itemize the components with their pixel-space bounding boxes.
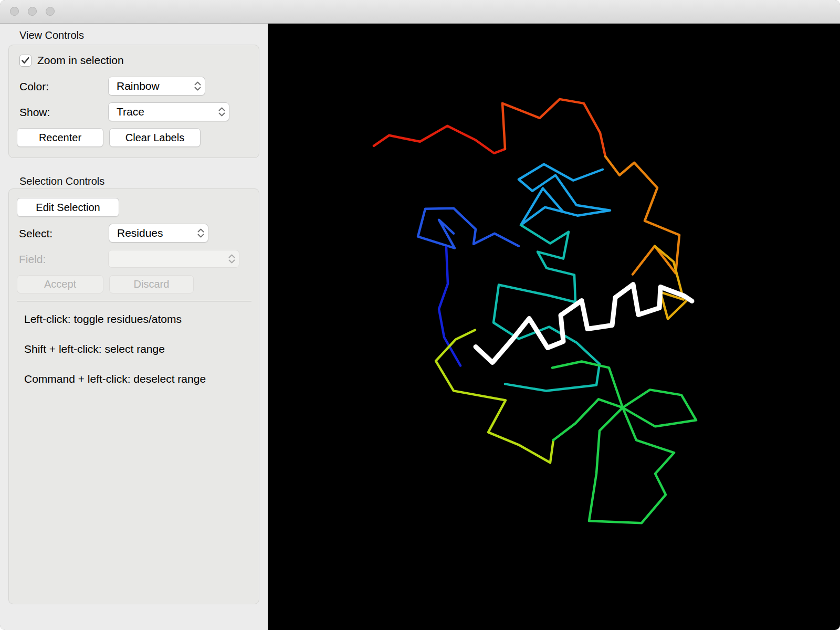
select-dropdown-value: Residues [109,227,193,239]
trace-segment-green[interactable] [552,361,696,523]
close-button[interactable] [10,7,19,16]
selection-controls-heading: Selection Controls [19,175,104,187]
recenter-button[interactable]: Recenter [17,128,103,147]
zoom-button[interactable] [46,7,55,16]
discard-button: Discard [109,275,194,293]
view-controls-heading: View Controls [19,29,84,41]
help-line-command-click: Command + left-click: deselect range [24,373,206,385]
divider [17,301,251,301]
zoom-in-selection-checkbox[interactable] [19,55,32,67]
clear-labels-button[interactable]: Clear Labels [109,128,201,147]
trace-segment-blue[interactable] [418,208,519,248]
field-dropdown [108,250,239,268]
view-controls-group: Zoom in selection Color: Rainbow Show: T… [8,45,259,158]
chevron-up-down-icon [193,228,208,238]
chevron-up-down-icon [190,81,205,91]
accept-button: Accept [17,275,103,293]
trace-segment-sky-blue[interactable] [519,164,610,225]
trace-segment-red[interactable] [374,126,505,153]
control-sidebar: View Controls Zoom in selection Color: R… [0,24,268,630]
title-bar [0,0,840,24]
select-label: Select: [19,227,52,240]
select-dropdown[interactable]: Residues [109,224,208,243]
color-dropdown[interactable]: Rainbow [108,77,205,96]
selection-controls-group: Edit Selection Select: Residues Field: [8,188,259,604]
color-dropdown-value: Rainbow [109,80,190,92]
show-label: Show: [19,106,50,119]
color-label: Color: [19,80,49,93]
trace-segment-dark-blue[interactable] [439,247,460,366]
trace-segment-orange-red[interactable] [502,99,605,156]
molecule-viewport[interactable] [268,24,840,630]
help-line-left-click: Left-click: toggle residues/atoms [24,313,182,326]
show-dropdown-value: Trace [109,106,214,118]
chevron-up-down-icon [214,107,229,117]
minimize-button[interactable] [28,7,37,16]
show-dropdown[interactable]: Trace [108,102,229,121]
zoom-in-selection-label: Zoom in selection [37,54,124,67]
molecule-canvas[interactable] [268,24,840,630]
field-label: Field: [19,253,46,266]
chevron-up-down-icon [224,254,239,264]
zoom-in-selection-row[interactable]: Zoom in selection [19,54,124,67]
help-line-shift-click: Shift + left-click: select range [24,343,165,355]
app-window: View Controls Zoom in selection Color: R… [0,0,840,630]
trace-segment-chartreuse[interactable] [436,330,553,463]
edit-selection-button[interactable]: Edit Selection [17,198,119,217]
checkmark-icon [22,57,29,64]
